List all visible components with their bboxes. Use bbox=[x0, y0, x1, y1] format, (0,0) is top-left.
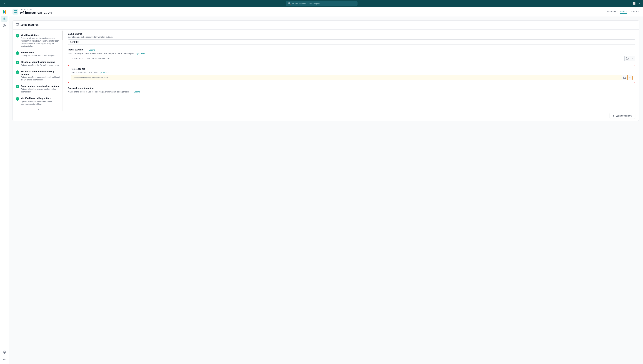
app-brand: EPI2ME-LABS bbox=[20, 9, 52, 10]
scroll-indicator bbox=[62, 30, 63, 111]
svg-rect-7 bbox=[16, 24, 19, 26]
reference-file-clear-button[interactable]: ✕ bbox=[628, 75, 632, 80]
step-2[interactable]: Main options Primary parameters for the … bbox=[13, 49, 64, 59]
sidebar bbox=[0, 7, 9, 364]
step-5-desc: Options related to the copy number varia… bbox=[21, 88, 61, 93]
app-nav: Overview Launch Readme bbox=[607, 10, 639, 14]
step-2-text: Main options Primary parameters for the … bbox=[21, 51, 55, 57]
launch-icon: ▶ bbox=[613, 114, 614, 117]
input-bam-desc: BAM or unaligned BAM (uBAM) files for th… bbox=[68, 52, 635, 54]
step-3[interactable]: Structural variant calling options Optio… bbox=[13, 59, 64, 68]
step-6-title: Modified base calling options bbox=[21, 97, 61, 100]
window: ← 🔍 Search workflows and analyses — ⬜ ✕ bbox=[0, 0, 643, 364]
step-4-title: Structural variant benchmarking options bbox=[21, 70, 61, 75]
sidebar-item-workflows[interactable] bbox=[1, 16, 8, 22]
close-button[interactable]: ✕ bbox=[638, 2, 641, 5]
step-6-check bbox=[16, 97, 19, 100]
basecaller-expand[interactable]: [+] Expand bbox=[131, 91, 140, 93]
setup-panel: Setup local run Workflow bbox=[12, 20, 639, 121]
sidebar-item-profile[interactable] bbox=[1, 356, 8, 362]
basecaller-config-field: Basecaller configuration Name of the mod… bbox=[68, 87, 635, 93]
step-1-title: Workflow Options bbox=[21, 34, 61, 36]
launch-workflow-button[interactable]: ▶ Launch workflow bbox=[610, 113, 635, 119]
step-3-desc: Options specific to the SV calling subwo… bbox=[21, 64, 60, 66]
sample-name-input[interactable] bbox=[68, 39, 635, 45]
nav-launch[interactable]: Launch bbox=[620, 10, 627, 14]
step-2-check bbox=[16, 52, 19, 55]
reference-file-input-row: ✕ bbox=[71, 75, 632, 80]
epi2me-logo bbox=[3, 10, 6, 14]
folder-icon-ref bbox=[623, 76, 626, 79]
svg-point-0 bbox=[4, 18, 5, 19]
step-1-desc: Select which sub-workflows of wf-human-v… bbox=[21, 37, 61, 48]
svg-point-3 bbox=[4, 358, 5, 359]
history-icon bbox=[3, 24, 6, 27]
sidebar-item-settings[interactable] bbox=[1, 349, 8, 355]
reference-file-browse-button[interactable] bbox=[622, 75, 628, 80]
step-6-desc: Options related to the modified bases ag… bbox=[21, 100, 61, 106]
basecaller-desc: Name of the model to use for selecting a… bbox=[68, 90, 635, 93]
input-bam-clear-button[interactable]: ✕ bbox=[630, 56, 635, 61]
input-bam-browse-button[interactable] bbox=[624, 56, 630, 61]
minimize-button[interactable]: — bbox=[627, 2, 630, 5]
input-bam-field: Input: BAM file [+] Expand BAM or unalig… bbox=[68, 48, 635, 61]
bottom-bar: ▶ Launch workflow bbox=[13, 111, 639, 120]
input-bam-expand-inline[interactable]: [+] Expand bbox=[136, 52, 145, 54]
scroll-down-hint: ▼ bbox=[13, 107, 64, 111]
input-bam-expand[interactable]: [+] Expand bbox=[86, 49, 95, 51]
app-title: wf-human-variation bbox=[20, 10, 52, 15]
reference-file-input[interactable] bbox=[71, 75, 622, 80]
step-5-text: Copy number variant calling options Opti… bbox=[21, 85, 61, 93]
setup-title: Setup local run bbox=[20, 24, 38, 26]
workflow-app-icon bbox=[12, 9, 18, 14]
search-placeholder: Search workflows and analyses bbox=[292, 2, 320, 5]
nav-readme[interactable]: Readme bbox=[631, 10, 639, 14]
step-3-title: Structural variant calling options bbox=[21, 61, 60, 63]
form-panel: Sample name Sample name to be displayed … bbox=[64, 30, 639, 111]
step-4-check bbox=[16, 70, 19, 74]
reference-file-desc: Path to a reference FASTA file. [+] Expa… bbox=[71, 72, 632, 74]
step-1[interactable]: Workflow Options Select which sub-workfl… bbox=[13, 32, 64, 49]
window-controls: — ⬜ ✕ bbox=[627, 2, 641, 5]
step-2-desc: Primary parameters for the data analysis… bbox=[21, 54, 55, 57]
step-5-title: Copy number variant calling options bbox=[21, 85, 61, 87]
step-5-check bbox=[16, 85, 19, 88]
maximize-button[interactable]: ⬜ bbox=[632, 2, 636, 5]
nav-overview[interactable]: Overview bbox=[607, 10, 616, 14]
reference-file-label: Reference file bbox=[71, 68, 85, 70]
sample-name-field: Sample name Sample name to be displayed … bbox=[68, 33, 635, 45]
reference-file-label-row: Reference file bbox=[71, 68, 632, 71]
input-bam-label-row: Input: BAM file [+] Expand bbox=[68, 48, 635, 52]
sidebar-item-logo bbox=[1, 9, 8, 15]
monitor-icon bbox=[14, 10, 17, 14]
profile-icon bbox=[3, 358, 6, 360]
app-header-text: EPI2ME-LABS wf-human-variation bbox=[20, 9, 52, 15]
svg-point-2 bbox=[4, 352, 5, 352]
folder-icon bbox=[626, 57, 628, 60]
app-header: EPI2ME-LABS wf-human-variation Overview … bbox=[9, 7, 643, 17]
step-5[interactable]: Copy number variant calling options Opti… bbox=[13, 83, 64, 95]
main-layout: EPI2ME-LABS wf-human-variation Overview … bbox=[0, 7, 643, 364]
titlebar: ← 🔍 Search workflows and analyses — ⬜ ✕ bbox=[0, 0, 643, 7]
step-4-text: Structural variant benchmarking options … bbox=[21, 70, 61, 81]
reference-file-expand[interactable]: [+] Expand bbox=[100, 72, 109, 74]
gear-icon bbox=[3, 350, 6, 354]
search-bar[interactable]: 🔍 Search workflows and analyses bbox=[286, 1, 358, 6]
step-4[interactable]: Structural variant benchmarking options … bbox=[13, 68, 64, 83]
workflow-icon bbox=[3, 17, 6, 20]
page-content: Setup local run Workflow bbox=[9, 17, 643, 364]
step-3-check bbox=[16, 61, 19, 64]
step-1-check bbox=[16, 34, 19, 38]
step-6[interactable]: Modified base calling options Options re… bbox=[13, 95, 64, 107]
search-icon: 🔍 bbox=[288, 2, 291, 5]
input-bam-input[interactable] bbox=[68, 56, 624, 61]
input-bam-label: Input: BAM file bbox=[68, 48, 84, 51]
sample-name-desc: Sample name to be displayed in workflow … bbox=[68, 36, 635, 38]
sidebar-item-history[interactable] bbox=[1, 22, 8, 29]
basecaller-label-row: Basecaller configuration bbox=[68, 87, 635, 90]
back-button[interactable]: ← bbox=[2, 2, 7, 6]
launch-btn-label: Launch workflow bbox=[616, 114, 632, 117]
setup-header: Setup local run bbox=[13, 20, 639, 30]
step-1-text: Workflow Options Select which sub-workfl… bbox=[21, 34, 61, 48]
step-4-desc: Options specific to automated benchmarki… bbox=[21, 76, 61, 81]
